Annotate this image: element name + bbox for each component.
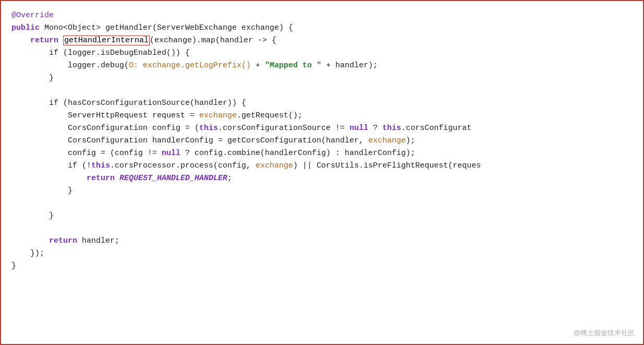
keyword: public <box>11 23 44 32</box>
code-line: config = (config != null ? config.combin… <box>11 147 633 160</box>
code-text: (exchange).map(handler -> { <box>150 36 276 45</box>
keyword: null <box>162 149 180 158</box>
code-line: } <box>11 185 633 197</box>
keyword: this <box>199 124 218 133</box>
keyword: this <box>382 124 401 133</box>
code-line: return handler; <box>11 235 633 247</box>
code-line: return getHandlerInternal(exchange).map(… <box>11 34 633 47</box>
keyword: null <box>349 124 368 133</box>
code-text: ServerHttpRequest request = <box>11 111 199 120</box>
keyword: this <box>91 161 110 170</box>
code-line: } <box>11 72 633 85</box>
code-text: }); <box>11 249 44 258</box>
code-line: public Mono<Object> getHandler(ServerWeb… <box>11 22 633 34</box>
constant: REQUEST_HANDLED_HANDLER <box>119 174 227 183</box>
code-text: .corsProcessor.process(config, <box>110 161 256 170</box>
keyword: return <box>11 36 63 45</box>
variable-reference: exchange <box>368 136 406 145</box>
code-line: } <box>11 210 633 222</box>
code-line: CorsConfiguration handlerConfig = getCor… <box>11 135 633 147</box>
code-line: ServerHttpRequest request = exchange.get… <box>11 110 633 122</box>
code-line: return REQUEST_HANDLED_HANDLER; <box>11 172 633 185</box>
code-text: ); <box>406 136 415 145</box>
code-text: logger.debug( <box>11 61 129 70</box>
code-text: + handler); <box>321 61 378 70</box>
annotation: @Override <box>11 11 54 20</box>
code-text: ? <box>368 124 382 133</box>
code-text: if (logger.isDebugEnabled()) { <box>11 49 190 57</box>
code-text: Mono<Object> getHandler(ServerWebExchang… <box>44 23 293 32</box>
code-text: ) || CorsUtils.isPreFlightRequest(reques <box>293 161 481 170</box>
watermark: @稀土掘金技术社区 <box>574 328 635 339</box>
code-text: .corsConfigurationSource != <box>218 124 349 133</box>
code-line: logger.debug(O: exchange.getLogPrefix() … <box>11 60 633 72</box>
code-line: if (!this.corsProcessor.process(config, … <box>11 160 633 172</box>
code-text: CorsConfiguration config = ( <box>11 124 199 133</box>
variable-reference: exchange <box>256 161 293 170</box>
code-text: ? config.combine(handlerConfig) : handle… <box>180 149 415 158</box>
code-text: CorsConfiguration handlerConfig = getCor… <box>11 136 368 145</box>
code-line: if (hasCorsConfigurationSource(handler))… <box>11 97 633 110</box>
variable-reference: exchange <box>199 111 237 120</box>
code-line: @Override <box>11 9 633 22</box>
code-text: if (hasCorsConfigurationSource(handler))… <box>11 99 246 108</box>
highlighted-method: getHandlerInternal <box>63 35 150 45</box>
code-line <box>11 222 633 235</box>
code-line: }); <box>11 247 633 260</box>
code-text: + <box>251 61 265 70</box>
code-text: .getRequest(); <box>237 111 302 120</box>
code-line: CorsConfiguration config = (this.corsCon… <box>11 122 633 135</box>
code-content: @Overridepublic Mono<Object> getHandler(… <box>11 9 633 272</box>
code-text: handler; <box>82 236 119 245</box>
keyword: return <box>11 174 119 183</box>
code-line <box>11 197 633 210</box>
code-text: .corsConfigurat <box>401 124 471 133</box>
code-text: } <box>11 261 16 270</box>
code-text: } <box>11 211 54 220</box>
code-line: } <box>11 260 633 272</box>
string-literal: "Mapped to " <box>265 61 321 70</box>
keyword: return <box>11 236 82 245</box>
code-text: } <box>11 186 72 195</box>
code-text: if (! <box>11 161 91 170</box>
code-text: } <box>11 74 54 82</box>
code-block: @Overridepublic Mono<Object> getHandler(… <box>0 0 644 345</box>
code-text: ; <box>227 174 232 183</box>
code-line <box>11 85 633 97</box>
variable-reference: O: exchange.getLogPrefix() <box>129 61 251 70</box>
code-line: if (logger.isDebugEnabled()) { <box>11 47 633 60</box>
code-text: config = (config != <box>11 149 162 158</box>
